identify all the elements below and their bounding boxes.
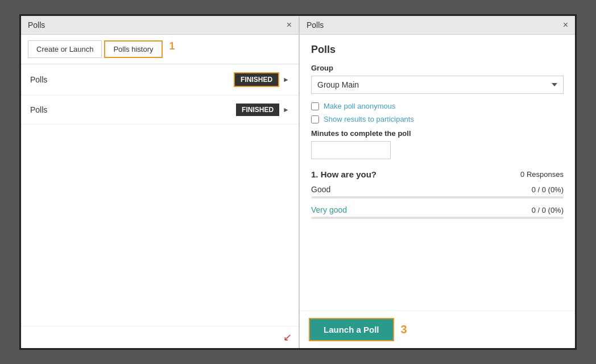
answer-header: Very good 0 / 0 (0%): [311, 205, 564, 214]
anonymous-checkbox[interactable]: [311, 102, 319, 110]
resize-icon: ↙: [283, 331, 292, 344]
answer-row: Good 0 / 0 (0%): [311, 185, 564, 198]
results-label: Show results to participants: [324, 115, 414, 123]
launch-poll-button[interactable]: Launch a Poll: [309, 318, 394, 341]
progress-bar-bg: [311, 217, 564, 219]
left-footer: ↙: [21, 326, 299, 348]
finished-badge[interactable]: FINISHED: [234, 72, 279, 87]
answer-stats: 0 / 0 (0%): [532, 206, 564, 214]
question-title: 1. How are you?: [311, 169, 376, 179]
left-panel-title: Polls: [28, 20, 45, 30]
left-panel: Polls × Create or Launch Polls history 1…: [21, 16, 300, 348]
right-content: Polls Group Group Main Make poll anonymo…: [300, 35, 575, 311]
question-section: 1. How are you? 0 Responses Good 0 / 0 (…: [311, 169, 564, 219]
left-close-button[interactable]: ×: [287, 20, 292, 30]
group-select[interactable]: Group Main: [311, 76, 564, 94]
right-panel-title: Polls: [307, 20, 324, 30]
polls-section-title: Polls: [311, 44, 564, 56]
right-panel: Polls × Polls Group Group Main Make poll…: [300, 16, 575, 348]
poll-item-right: FINISHED ►: [236, 104, 289, 116]
right-footer: Launch a Poll 3: [300, 311, 575, 348]
answer-header: Good 0 / 0 (0%): [311, 185, 564, 194]
anonymous-checkbox-row: Make poll anonymous: [311, 102, 564, 110]
main-container: Polls × Create or Launch Polls history 1…: [19, 14, 577, 350]
chevron-right-icon: ►: [283, 106, 289, 114]
left-panel-header: Polls ×: [21, 16, 299, 35]
answers-container: Good 0 / 0 (0%) Very good 0 / 0 (0%): [311, 185, 564, 219]
finished-badge[interactable]: FINISHED: [236, 104, 279, 116]
right-close-button[interactable]: ×: [563, 20, 568, 30]
results-checkbox[interactable]: [311, 115, 319, 123]
minutes-input[interactable]: [311, 141, 391, 159]
poll-list: Polls FINISHED ► Polls FINISHED ►: [21, 64, 299, 326]
question-header: 1. How are you? 0 Responses: [311, 169, 564, 179]
tab-polls-history[interactable]: Polls history: [104, 40, 162, 58]
tab-create-or-launch[interactable]: Create or Launch: [28, 40, 102, 58]
group-label: Group: [311, 64, 564, 72]
tab-bar: Create or Launch Polls history 1: [21, 35, 299, 64]
answer-stats: 0 / 0 (0%): [532, 185, 564, 194]
answer-row: Very good 0 / 0 (0%): [311, 205, 564, 219]
answer-label: Very good: [311, 205, 347, 214]
results-checkbox-row: Show results to participants: [311, 115, 564, 123]
poll-item-label: Polls: [30, 75, 47, 84]
answer-label: Good: [311, 185, 330, 194]
poll-item-right: FINISHED ►: [234, 72, 289, 87]
minutes-label: Minutes to complete the poll: [311, 129, 564, 138]
progress-bar-bg: [311, 196, 564, 198]
launch-badge-number: 3: [401, 323, 407, 336]
chevron-right-icon: ►: [283, 76, 289, 84]
responses-count: 0 Responses: [520, 170, 564, 179]
poll-item-label: Polls: [30, 105, 47, 114]
poll-item: Polls FINISHED ►: [21, 64, 299, 96]
anonymous-label: Make poll anonymous: [324, 102, 395, 110]
poll-item: Polls FINISHED ►: [21, 96, 299, 125]
tab-badge-number: 1: [169, 40, 175, 58]
right-panel-header: Polls ×: [300, 16, 575, 35]
